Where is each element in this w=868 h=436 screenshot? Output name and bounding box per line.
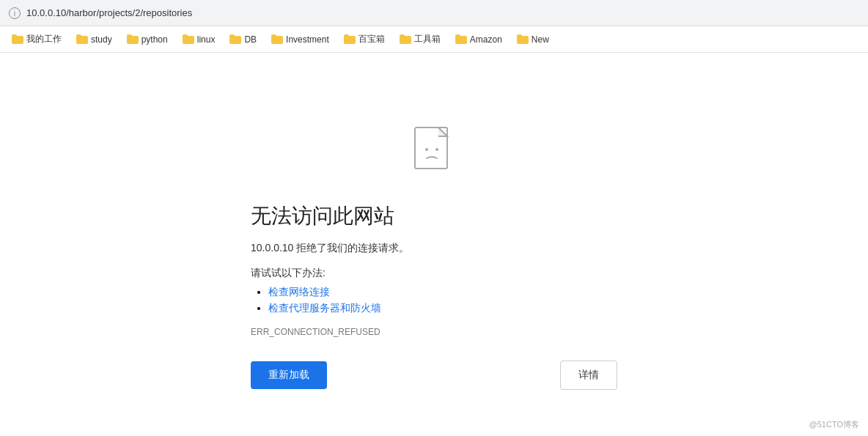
folder-icon — [344, 34, 356, 44]
folder-icon — [12, 34, 23, 44]
suggestion-link-check-network[interactable]: 检查网络连接 — [268, 286, 330, 298]
folder-icon — [400, 34, 411, 44]
error-suggestions-list: 检查网络连接检查代理服务器和防火墙 — [251, 286, 617, 315]
folder-icon — [517, 34, 529, 44]
bookmark-item-linux[interactable]: linux — [177, 32, 221, 48]
bookmark-label: python — [141, 34, 168, 45]
bookmark-label: 工具箱 — [414, 33, 441, 45]
folder-icon — [76, 34, 88, 44]
address-bar: i 10.0.0.10/harbor/projects/2/repositori… — [0, 0, 868, 26]
address-bar-url: 10.0.0.10/harbor/projects/2/repositories — [26, 7, 192, 18]
folder-icon — [271, 34, 283, 44]
bookmark-label: study — [91, 34, 112, 45]
folder-icon — [455, 34, 467, 44]
folder-icon — [229, 34, 241, 44]
error-illustration — [411, 126, 457, 179]
buttons-area: 重新加载 详情 — [251, 361, 617, 390]
details-button[interactable]: 详情 — [560, 361, 617, 390]
bookmark-label: DB — [244, 34, 257, 45]
error-description: 10.0.0.10 拒绝了我们的连接请求。 — [251, 242, 617, 255]
suggestion-check-network: 检查网络连接 — [268, 286, 617, 299]
main-content: 无法访问此网站 10.0.0.10 拒绝了我们的连接请求。 请试试以下办法: 检… — [0, 53, 868, 419]
bookmark-item-study[interactable]: study — [70, 32, 118, 48]
folder-icon — [127, 34, 139, 44]
bookmark-label: Investment — [286, 34, 329, 45]
bookmark-item-new[interactable]: New — [511, 32, 555, 48]
sad-document-icon — [411, 126, 457, 179]
bookmark-item-python[interactable]: python — [121, 32, 174, 48]
suggestion-check-proxy: 检查代理服务器和防火墙 — [268, 302, 617, 315]
bookmark-item-wode-gongzuo[interactable]: 我的工作 — [6, 30, 67, 48]
folder-icon — [183, 34, 194, 44]
svg-point-1 — [425, 148, 428, 151]
error-suggestions-label: 请试试以下办法: — [251, 267, 617, 280]
error-content: 无法访问此网站 10.0.0.10 拒绝了我们的连接请求。 请试试以下办法: 检… — [251, 202, 617, 390]
bookmark-item-db[interactable]: DB — [224, 32, 262, 48]
svg-point-2 — [435, 148, 438, 151]
bookmark-item-investment[interactable]: Investment — [265, 32, 335, 48]
info-icon: i — [9, 7, 21, 19]
bookmarks-bar: 我的工作studypythonlinuxDBInvestment百宝箱工具箱Am… — [0, 26, 868, 53]
bookmark-label: linux — [197, 34, 216, 45]
bookmark-label: 百宝箱 — [358, 33, 385, 45]
watermark: @51CTO博客 — [809, 419, 859, 430]
bookmark-item-baobao-xiang[interactable]: 百宝箱 — [338, 30, 391, 48]
error-title: 无法访问此网站 — [251, 202, 617, 230]
bookmark-label: Amazon — [470, 34, 502, 45]
reload-button[interactable]: 重新加载 — [251, 361, 327, 389]
bookmark-item-gong-ju-xiang[interactable]: 工具箱 — [394, 30, 446, 48]
bookmark-item-amazon[interactable]: Amazon — [449, 32, 508, 48]
bookmark-label: 我的工作 — [26, 33, 62, 45]
error-code: ERR_CONNECTION_REFUSED — [251, 327, 617, 337]
suggestion-link-check-proxy[interactable]: 检查代理服务器和防火墙 — [268, 302, 381, 314]
bookmark-label: New — [532, 34, 549, 45]
